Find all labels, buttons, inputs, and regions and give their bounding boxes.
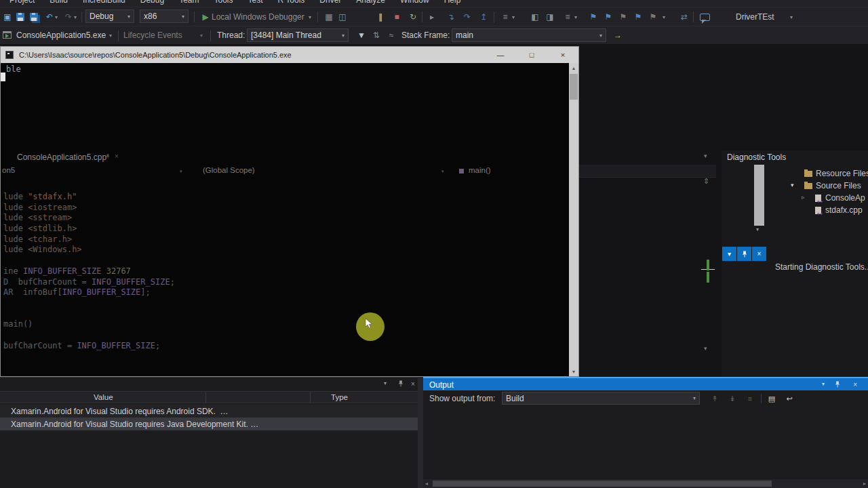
menu-item-team[interactable]: Team (179, 0, 199, 5)
maximize-button[interactable]: □ (516, 47, 547, 63)
toggle-bookmark-icon[interactable]: ⚑ (587, 7, 599, 26)
save-icon[interactable] (16, 13, 24, 21)
scroll-up-icon[interactable]: ▲ (569, 63, 578, 73)
clear-bookmarks-icon[interactable]: ⚑ (647, 7, 659, 26)
search-combobox[interactable]: DriverTEst (736, 7, 774, 26)
diagnostic-scrollbar-thumb[interactable] (754, 165, 764, 226)
debugger-target-label[interactable]: Local Windows Debugger (212, 7, 304, 26)
menu-item-driver[interactable]: Driver (319, 0, 341, 5)
message-list-icon[interactable]: ≡ (743, 392, 757, 405)
console-scrollbar[interactable]: ▲ ▼ (569, 63, 578, 376)
menu-item-window[interactable]: Window (400, 0, 429, 5)
stop-debugging-icon[interactable]: ■ (391, 7, 403, 26)
tree-item-source-files[interactable]: Source Files (804, 180, 861, 191)
close-button[interactable]: × (547, 47, 578, 63)
window-layout-icon[interactable]: ◨ (544, 7, 556, 26)
new-window-icon[interactable]: ▣ (1, 7, 14, 26)
apply-code-changes-icon[interactable]: ◫ (336, 7, 349, 26)
console-output-area[interactable]: ble ConsoleApplication5.cpp × on5 ▾ (Glo… (1, 63, 578, 376)
clear-all-icon[interactable]: ▤ (765, 392, 778, 405)
save-all-icon[interactable] (30, 13, 38, 21)
debugger-dropdown-icon[interactable]: ▾ (307, 7, 313, 26)
pin-icon[interactable] (737, 247, 751, 261)
panel-splitter[interactable] (418, 377, 423, 488)
menu-item-debug[interactable]: Debug (140, 0, 164, 5)
menu-item-build[interactable]: Build (50, 0, 68, 5)
line-operations-dropdown-icon[interactable]: ▾ (510, 7, 517, 26)
next-message-icon[interactable]: ↡ (726, 392, 739, 405)
tab-list-dropdown-icon[interactable]: ▾ (704, 152, 707, 159)
menu-item-rtools[interactable]: R Tools (278, 0, 305, 5)
threads-order-icon[interactable]: ⇅ (370, 26, 382, 44)
step-into-icon[interactable]: ↴ (445, 7, 457, 26)
scroll-down-icon[interactable]: ▼ (569, 367, 578, 376)
column-separator[interactable] (310, 392, 311, 403)
word-wrap-icon[interactable]: ↩ (783, 392, 796, 405)
window-split-icon[interactable]: ◧ (529, 7, 541, 26)
flag-threads-icon[interactable]: ≈ (385, 26, 397, 44)
show-next-statement-icon[interactable]: ▸ (426, 7, 438, 26)
menu-item-incredibuild[interactable]: IncrediBuild (83, 0, 125, 5)
bookmark-folder-icon[interactable]: ⚑ (632, 7, 644, 26)
process-dropdown-icon[interactable]: ▾ (107, 26, 114, 44)
chevron-down-icon[interactable]: ▾ (756, 226, 759, 232)
pin-icon[interactable] (397, 380, 404, 388)
solution-platform-dropdown[interactable]: x86 ▾ (140, 9, 189, 23)
menu-item-test[interactable]: Test (248, 0, 262, 5)
redo-dropdown-icon[interactable]: ▾ (72, 7, 79, 26)
undo-dropdown-icon[interactable]: ▾ (53, 7, 60, 26)
scroll-left-icon[interactable]: ◂ (425, 481, 428, 487)
column-separator[interactable] (205, 392, 206, 403)
next-bookmark-icon[interactable]: ⚑ (617, 7, 629, 26)
step-out-icon[interactable]: ↥ (477, 7, 490, 26)
stack-frame-dropdown[interactable]: main ▾ (452, 28, 606, 42)
scrollbar-thumb[interactable] (433, 481, 772, 487)
show-next-statement-icon[interactable]: → (612, 26, 624, 44)
watch-row-selected[interactable]: Xamarin.Android for Visual Studio requir… (0, 418, 418, 430)
lifecycle-dropdown-icon[interactable]: ▾ (198, 26, 205, 44)
tree-item-resource-files[interactable]: Resource Files (804, 168, 868, 179)
menu-item-project[interactable]: Project (9, 0, 35, 5)
column-header-type[interactable]: Type (331, 393, 348, 401)
restart-icon[interactable]: ↻ (407, 7, 419, 26)
pin-icon[interactable] (834, 381, 841, 389)
window-position-icon[interactable]: ▾ (384, 380, 387, 386)
editor-scrollbar-down-icon[interactable]: ▾ (704, 345, 707, 352)
list-members-dropdown-icon[interactable]: ▾ (572, 7, 579, 26)
menu-item-analyze[interactable]: Analyze (356, 0, 385, 5)
comment-icon[interactable] (700, 14, 710, 21)
menu-item-help[interactable]: Help (444, 0, 461, 5)
scrollbar-thumb[interactable] (570, 74, 578, 100)
tree-item-stdafx[interactable]: stdafx.cpp (815, 205, 863, 216)
search-dropdown-icon[interactable]: ▾ (788, 7, 795, 26)
step-over-icon[interactable]: ↷ (461, 7, 473, 26)
output-title-bar[interactable]: Output ▾ × (423, 377, 868, 390)
filter-threads-icon[interactable]: ▼ (355, 26, 368, 44)
lifecycle-events-dropdown[interactable]: Lifecycle Events (123, 26, 182, 44)
column-header-value[interactable]: Value (94, 393, 113, 401)
editor-splitter-icon[interactable]: ⇕ (703, 177, 709, 186)
prev-message-icon[interactable]: ↟ (708, 392, 722, 405)
close-icon[interactable]: × (752, 247, 766, 261)
exchange-icon[interactable]: ⇄ (678, 7, 690, 26)
output-horizontal-scrollbar[interactable]: ◂ ▸ (423, 479, 868, 488)
menu-item-tools[interactable]: Tools (214, 0, 233, 5)
start-debugger-icon[interactable]: ▶ (199, 7, 212, 26)
attach-process-icon[interactable]: ▦ (323, 7, 335, 26)
watch-row[interactable]: Xamarin.Android for Visual Studio requir… (0, 405, 418, 418)
minimize-button[interactable]: — (485, 47, 516, 63)
close-icon[interactable]: × (411, 380, 415, 388)
window-position-icon[interactable]: ▾ (822, 381, 825, 387)
process-dropdown[interactable]: ConsoleApplication5.exe (16, 26, 106, 44)
solution-configuration-dropdown[interactable]: Debug ▾ (85, 9, 134, 23)
tree-collapsed-icon[interactable]: ▹ (802, 194, 805, 201)
prev-bookmark-icon[interactable]: ⚑ (602, 7, 614, 26)
tree-expanded-icon[interactable]: ▾ (791, 182, 794, 188)
scroll-right-icon[interactable]: ▸ (863, 481, 866, 487)
tree-item-consoleapplication[interactable]: ConsoleAp (815, 192, 865, 203)
break-all-icon[interactable]: ∥ (374, 7, 387, 26)
output-source-dropdown[interactable]: Build ▾ (502, 392, 700, 405)
window-position-icon[interactable]: ▾ (722, 247, 736, 261)
close-icon[interactable]: × (853, 381, 857, 388)
thread-dropdown[interactable]: [3484] Main Thread ▾ (247, 28, 349, 42)
